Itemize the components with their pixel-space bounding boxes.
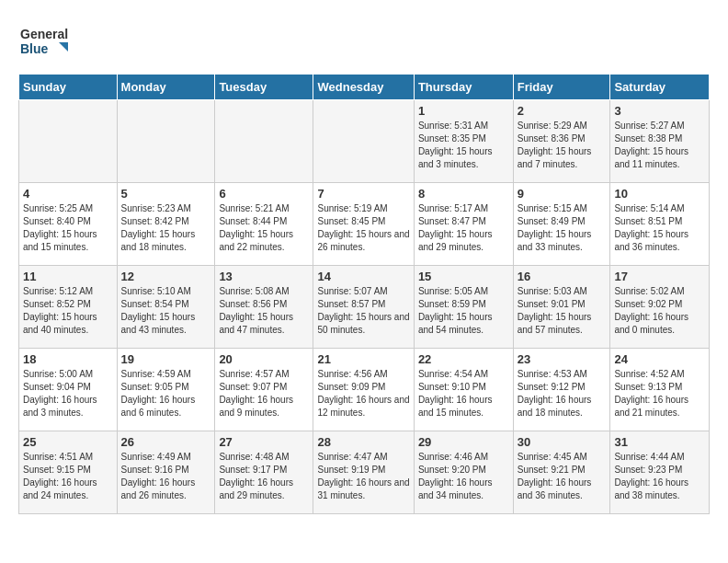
day-number: 16 xyxy=(518,270,607,283)
calendar-cell: 7Sunrise: 5:19 AMSunset: 8:45 PMDaylight… xyxy=(313,183,414,266)
day-info: Sunrise: 5:25 AMSunset: 8:40 PMDaylight:… xyxy=(23,202,113,254)
day-info: Sunrise: 4:52 AMSunset: 9:13 PMDaylight:… xyxy=(614,368,705,419)
day-info: Sunrise: 4:48 AMSunset: 9:17 PMDaylight:… xyxy=(219,451,309,502)
day-info: Sunrise: 5:10 AMSunset: 8:54 PMDaylight:… xyxy=(121,285,211,337)
calendar-cell: 19Sunrise: 4:59 AMSunset: 9:05 PMDayligh… xyxy=(117,349,215,431)
calendar-week-2: 4Sunrise: 5:25 AMSunset: 8:40 PMDaylight… xyxy=(19,183,710,266)
day-number: 14 xyxy=(317,270,409,283)
day-info: Sunrise: 5:15 AMSunset: 8:49 PMDaylight:… xyxy=(518,202,607,254)
calendar-cell xyxy=(117,100,215,183)
day-number: 13 xyxy=(219,270,309,283)
day-number: 23 xyxy=(518,352,607,366)
day-number: 18 xyxy=(23,352,113,366)
day-number: 25 xyxy=(23,435,113,449)
day-number: 22 xyxy=(418,352,509,366)
day-number: 20 xyxy=(219,352,309,366)
logo-icon: General Blue xyxy=(18,18,74,64)
day-number: 4 xyxy=(23,187,113,201)
day-number: 28 xyxy=(317,435,409,449)
calendar-cell: 13Sunrise: 5:08 AMSunset: 8:56 PMDayligh… xyxy=(215,266,313,349)
day-info: Sunrise: 4:45 AMSunset: 9:21 PMDaylight:… xyxy=(518,451,607,502)
day-info: Sunrise: 4:44 AMSunset: 9:23 PMDaylight:… xyxy=(614,451,705,502)
day-number: 8 xyxy=(418,187,509,201)
calendar-cell: 10Sunrise: 5:14 AMSunset: 8:51 PMDayligh… xyxy=(610,183,710,266)
calendar-cell: 2Sunrise: 5:29 AMSunset: 8:36 PMDaylight… xyxy=(513,100,610,183)
day-number: 27 xyxy=(219,435,309,449)
day-info: Sunrise: 4:51 AMSunset: 9:15 PMDaylight:… xyxy=(23,451,113,502)
day-info: Sunrise: 4:49 AMSunset: 9:16 PMDaylight:… xyxy=(121,451,211,502)
calendar-cell: 12Sunrise: 5:10 AMSunset: 8:54 PMDayligh… xyxy=(117,266,215,349)
calendar-cell: 9Sunrise: 5:15 AMSunset: 8:49 PMDaylight… xyxy=(513,183,610,266)
calendar-cell: 17Sunrise: 5:02 AMSunset: 9:02 PMDayligh… xyxy=(610,266,710,349)
calendar-header-row: SundayMondayTuesdayWednesdayThursdayFrid… xyxy=(19,75,710,100)
svg-marker-2 xyxy=(59,42,68,52)
calendar-header-saturday: Saturday xyxy=(610,75,710,100)
calendar-cell xyxy=(215,100,313,183)
day-info: Sunrise: 4:53 AMSunset: 9:12 PMDaylight:… xyxy=(518,368,607,419)
calendar-header-sunday: Sunday xyxy=(19,75,118,100)
calendar-table: SundayMondayTuesdayWednesdayThursdayFrid… xyxy=(18,74,710,514)
calendar-week-4: 18Sunrise: 5:00 AMSunset: 9:04 PMDayligh… xyxy=(19,349,710,431)
day-info: Sunrise: 5:23 AMSunset: 8:42 PMDaylight:… xyxy=(121,202,211,254)
day-info: Sunrise: 4:46 AMSunset: 9:20 PMDaylight:… xyxy=(418,451,509,502)
calendar-cell: 23Sunrise: 4:53 AMSunset: 9:12 PMDayligh… xyxy=(513,349,610,431)
day-number: 11 xyxy=(23,270,113,283)
day-info: Sunrise: 5:05 AMSunset: 8:59 PMDaylight:… xyxy=(418,285,509,337)
day-info: Sunrise: 5:29 AMSunset: 8:36 PMDaylight:… xyxy=(518,120,607,171)
calendar-cell: 6Sunrise: 5:21 AMSunset: 8:44 PMDaylight… xyxy=(215,183,313,266)
day-number: 6 xyxy=(219,187,309,201)
calendar-week-1: 1Sunrise: 5:31 AMSunset: 8:35 PMDaylight… xyxy=(19,100,710,183)
calendar-week-3: 11Sunrise: 5:12 AMSunset: 8:52 PMDayligh… xyxy=(19,266,710,349)
calendar-cell: 27Sunrise: 4:48 AMSunset: 9:17 PMDayligh… xyxy=(215,431,313,514)
day-number: 26 xyxy=(121,435,211,449)
calendar-header-wednesday: Wednesday xyxy=(313,75,414,100)
calendar-cell: 5Sunrise: 5:23 AMSunset: 8:42 PMDaylight… xyxy=(117,183,215,266)
day-info: Sunrise: 5:00 AMSunset: 9:04 PMDaylight:… xyxy=(23,368,113,419)
svg-text:Blue: Blue xyxy=(20,41,49,56)
calendar-header-thursday: Thursday xyxy=(414,75,513,100)
calendar-cell: 30Sunrise: 4:45 AMSunset: 9:21 PMDayligh… xyxy=(513,431,610,514)
day-number: 7 xyxy=(317,187,409,201)
day-info: Sunrise: 5:19 AMSunset: 8:45 PMDaylight:… xyxy=(317,202,409,254)
day-info: Sunrise: 5:03 AMSunset: 9:01 PMDaylight:… xyxy=(518,285,607,337)
calendar-cell: 16Sunrise: 5:03 AMSunset: 9:01 PMDayligh… xyxy=(513,266,610,349)
calendar-cell: 14Sunrise: 5:07 AMSunset: 8:57 PMDayligh… xyxy=(313,266,414,349)
calendar-cell xyxy=(19,100,118,183)
calendar-cell: 26Sunrise: 4:49 AMSunset: 9:16 PMDayligh… xyxy=(117,431,215,514)
svg-text:General: General xyxy=(20,27,68,41)
day-info: Sunrise: 5:07 AMSunset: 8:57 PMDaylight:… xyxy=(317,285,409,337)
day-number: 5 xyxy=(121,187,211,201)
calendar-cell: 31Sunrise: 4:44 AMSunset: 9:23 PMDayligh… xyxy=(610,431,710,514)
calendar-cell: 18Sunrise: 5:00 AMSunset: 9:04 PMDayligh… xyxy=(19,349,118,431)
day-number: 10 xyxy=(614,187,705,201)
calendar-header-friday: Friday xyxy=(513,75,610,100)
day-info: Sunrise: 5:08 AMSunset: 8:56 PMDaylight:… xyxy=(219,285,309,337)
day-number: 15 xyxy=(418,270,509,283)
calendar-cell: 8Sunrise: 5:17 AMSunset: 8:47 PMDaylight… xyxy=(414,183,513,266)
calendar-week-5: 25Sunrise: 4:51 AMSunset: 9:15 PMDayligh… xyxy=(19,431,710,514)
calendar-header-tuesday: Tuesday xyxy=(215,75,313,100)
calendar-cell: 3Sunrise: 5:27 AMSunset: 8:38 PMDaylight… xyxy=(610,100,710,183)
page-header: General Blue xyxy=(18,18,710,64)
day-number: 30 xyxy=(518,435,607,449)
calendar-cell: 11Sunrise: 5:12 AMSunset: 8:52 PMDayligh… xyxy=(19,266,118,349)
day-number: 24 xyxy=(614,352,705,366)
day-number: 3 xyxy=(614,104,705,118)
day-number: 1 xyxy=(418,104,509,118)
day-number: 19 xyxy=(121,352,211,366)
day-info: Sunrise: 4:57 AMSunset: 9:07 PMDaylight:… xyxy=(219,368,309,419)
day-info: Sunrise: 5:21 AMSunset: 8:44 PMDaylight:… xyxy=(219,202,309,254)
day-info: Sunrise: 4:59 AMSunset: 9:05 PMDaylight:… xyxy=(121,368,211,419)
calendar-cell: 20Sunrise: 4:57 AMSunset: 9:07 PMDayligh… xyxy=(215,349,313,431)
day-number: 2 xyxy=(518,104,607,118)
day-info: Sunrise: 4:47 AMSunset: 9:19 PMDaylight:… xyxy=(317,451,409,502)
day-info: Sunrise: 5:27 AMSunset: 8:38 PMDaylight:… xyxy=(614,120,705,171)
calendar-cell: 15Sunrise: 5:05 AMSunset: 8:59 PMDayligh… xyxy=(414,266,513,349)
day-info: Sunrise: 5:17 AMSunset: 8:47 PMDaylight:… xyxy=(418,202,509,254)
calendar-cell: 4Sunrise: 5:25 AMSunset: 8:40 PMDaylight… xyxy=(19,183,118,266)
day-number: 17 xyxy=(614,270,705,283)
calendar-cell: 24Sunrise: 4:52 AMSunset: 9:13 PMDayligh… xyxy=(610,349,710,431)
calendar-cell: 28Sunrise: 4:47 AMSunset: 9:19 PMDayligh… xyxy=(313,431,414,514)
day-info: Sunrise: 4:56 AMSunset: 9:09 PMDaylight:… xyxy=(317,368,409,419)
calendar-cell: 22Sunrise: 4:54 AMSunset: 9:10 PMDayligh… xyxy=(414,349,513,431)
